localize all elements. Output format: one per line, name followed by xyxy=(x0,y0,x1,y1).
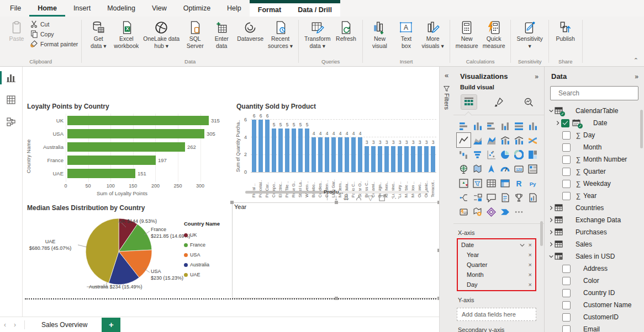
column[interactable] xyxy=(345,137,349,172)
chevron-right-icon[interactable] xyxy=(555,120,561,126)
visual-resize-handle[interactable] xyxy=(335,201,338,204)
sql-server-button[interactable]: SQL Server xyxy=(182,19,208,51)
tab-home[interactable]: Home xyxy=(29,0,65,17)
empty-line-chart-visual[interactable]: Year xyxy=(232,202,441,298)
chevron-right-icon[interactable] xyxy=(548,229,555,235)
model-view-button[interactable] xyxy=(0,111,22,133)
field-tree-item-purchases[interactable]: Purchases xyxy=(545,226,644,238)
remove-field-icon[interactable]: × xyxy=(529,251,532,258)
arcgis-map-icon[interactable] xyxy=(471,205,484,219)
field-tree-item-color[interactable]: Color xyxy=(545,275,644,287)
legend-item-USA[interactable]: USA xyxy=(184,250,234,260)
field-tree-item-date[interactable]: ✓Date xyxy=(545,117,644,129)
y-axis-field-well-placeholder[interactable]: Add data fields here xyxy=(457,308,536,321)
visual-resize-handle[interactable] xyxy=(335,297,338,300)
column[interactable] xyxy=(358,137,362,172)
bar-row-USA[interactable]: USA305 xyxy=(25,127,231,140)
chevron-right-icon[interactable] xyxy=(548,205,555,211)
smart-narrative-icon[interactable] xyxy=(498,190,512,205)
new-page-button[interactable]: + xyxy=(102,318,120,332)
line-stacked-column-chart-icon[interactable] xyxy=(498,133,512,147)
decomposition-tree-icon[interactable] xyxy=(457,190,471,205)
line-clustered-column-chart-icon[interactable] xyxy=(512,133,526,147)
column[interactable] xyxy=(305,128,309,172)
data-search-box[interactable] xyxy=(550,86,638,100)
bar-row-Australia[interactable]: Australia262 xyxy=(25,140,231,153)
column[interactable] xyxy=(398,146,402,172)
collapse-ribbon-icon[interactable]: ⌃ xyxy=(634,57,638,64)
drill-up-icon[interactable]: ↑ xyxy=(325,193,329,202)
python-visual-icon[interactable]: Py xyxy=(526,176,540,190)
x-axis-field-quarter[interactable]: Quarter× xyxy=(459,260,534,270)
enter-data-button[interactable]: Enter data xyxy=(208,19,235,51)
format-painter-button[interactable]: Format painter xyxy=(30,40,78,48)
tab-optimize[interactable]: Optimize xyxy=(175,0,219,17)
dataverse-button[interactable]: Dataverse xyxy=(235,19,266,44)
field-tree-item-month[interactable]: Month xyxy=(545,141,644,153)
field-tree-item-year[interactable]: ∑Year xyxy=(545,190,644,202)
get-data-button[interactable]: Get data ▾ xyxy=(85,19,112,51)
column[interactable] xyxy=(384,146,389,172)
field-tree-item-sales[interactable]: Sales xyxy=(545,238,644,250)
bar[interactable] xyxy=(67,142,185,152)
stacked-area-chart-icon[interactable] xyxy=(484,133,498,147)
field-checkbox[interactable] xyxy=(562,289,571,297)
field-checkbox[interactable] xyxy=(561,119,569,127)
filled-map-icon[interactable] xyxy=(471,162,484,176)
filters-pane-label[interactable]: Filters xyxy=(444,93,450,110)
column[interactable] xyxy=(338,137,342,172)
column[interactable] xyxy=(278,128,283,172)
column[interactable] xyxy=(404,146,409,172)
bar-row-France[interactable]: France197 xyxy=(25,153,231,167)
collapse-data-pane-icon[interactable]: » xyxy=(635,73,638,81)
report-canvas[interactable]: Loyalty Points by Country Country Name U… xyxy=(23,67,439,317)
column[interactable] xyxy=(318,137,323,172)
build-visual-mode-button[interactable] xyxy=(461,95,477,109)
visual-resize-handle[interactable] xyxy=(230,201,234,204)
column[interactable] xyxy=(285,128,289,172)
field-tree-item-customer-name[interactable]: Customer Name xyxy=(545,299,644,311)
tab-data-drill[interactable]: Data / Drill xyxy=(289,3,340,17)
custom-visual-icon[interactable] xyxy=(484,205,498,219)
column[interactable] xyxy=(325,137,329,172)
power-automate-icon[interactable] xyxy=(498,205,512,219)
field-tree-item-email[interactable]: Email xyxy=(545,323,644,332)
field-checkbox[interactable] xyxy=(562,192,571,200)
visualizations-pane-scrollbar[interactable] xyxy=(540,221,543,246)
tab-file[interactable]: File xyxy=(0,0,29,17)
field-checkbox[interactable] xyxy=(562,301,571,309)
bar[interactable] xyxy=(67,156,156,165)
cut-button[interactable]: Cut xyxy=(30,20,78,28)
column[interactable] xyxy=(331,137,336,172)
power-apps-icon[interactable]: 123 xyxy=(457,205,471,219)
more-options-icon[interactable]: ··· xyxy=(392,194,400,202)
treemap-icon[interactable] xyxy=(526,147,540,162)
key-influencers-icon[interactable] xyxy=(471,190,484,205)
chevron-down-icon[interactable] xyxy=(548,254,555,259)
column[interactable] xyxy=(424,146,429,172)
field-checkbox[interactable] xyxy=(562,156,571,164)
expand-filters-icon[interactable]: « xyxy=(440,67,453,79)
tab-help[interactable]: Help xyxy=(219,0,250,17)
pie-chart-visual[interactable]: Median Sales Distribution by Country UK … xyxy=(25,203,234,298)
field-checkbox[interactable] xyxy=(562,265,571,273)
refresh-button[interactable]: Refresh xyxy=(332,19,359,44)
bar[interactable] xyxy=(67,116,209,125)
legend-item-France[interactable]: France xyxy=(184,240,234,250)
slicer-icon[interactable] xyxy=(471,176,484,190)
field-checkbox[interactable] xyxy=(562,180,571,188)
column[interactable] xyxy=(272,128,276,172)
pie-chart-icon[interactable] xyxy=(498,147,512,162)
field-checkbox[interactable] xyxy=(562,325,571,332)
field-checkbox[interactable] xyxy=(562,143,571,152)
column[interactable] xyxy=(418,146,422,172)
bar[interactable] xyxy=(67,169,135,178)
table-view-button[interactable] xyxy=(0,89,22,111)
legend-item-UAE[interactable]: UAE xyxy=(184,270,234,280)
field-tree-item-sales-in-usd[interactable]: Sales in USD xyxy=(545,250,644,263)
x-axis-field-day[interactable]: Day× xyxy=(459,280,534,290)
gauge-icon[interactable] xyxy=(498,162,512,176)
field-tree-item-day[interactable]: ∑Day xyxy=(545,129,644,141)
filter-funnel-icon[interactable]: ▽ xyxy=(368,194,373,202)
field-checkbox[interactable] xyxy=(562,277,571,285)
